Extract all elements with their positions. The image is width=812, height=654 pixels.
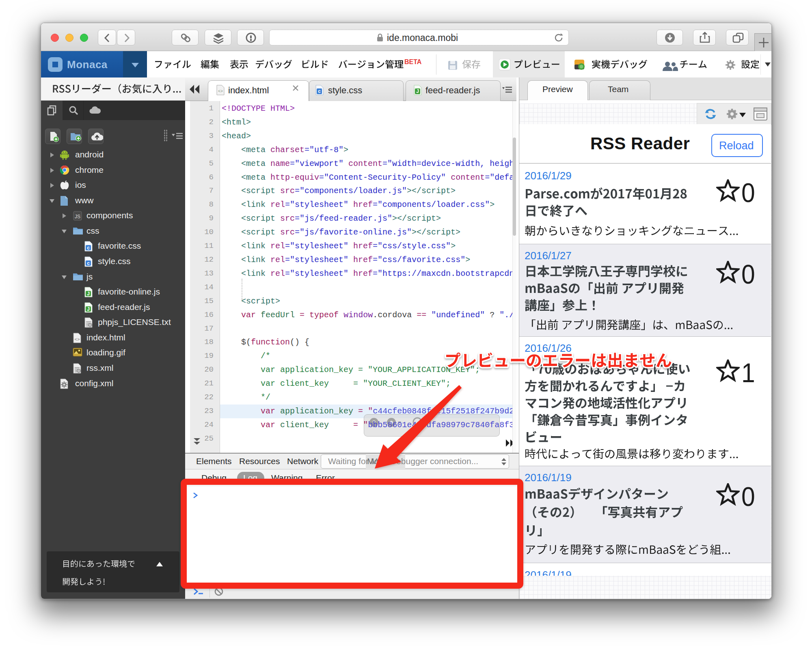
svg-text:c: c: [87, 245, 90, 251]
svg-text:J: J: [416, 88, 419, 94]
svg-text:c: c: [318, 88, 321, 94]
svg-text:JS: JS: [75, 214, 80, 219]
svg-text:<>: <>: [74, 337, 80, 342]
svg-text:<>: <>: [218, 89, 223, 94]
svg-text:c: c: [87, 260, 90, 266]
svg-text:J: J: [87, 306, 90, 312]
svg-text:J: J: [87, 291, 90, 297]
